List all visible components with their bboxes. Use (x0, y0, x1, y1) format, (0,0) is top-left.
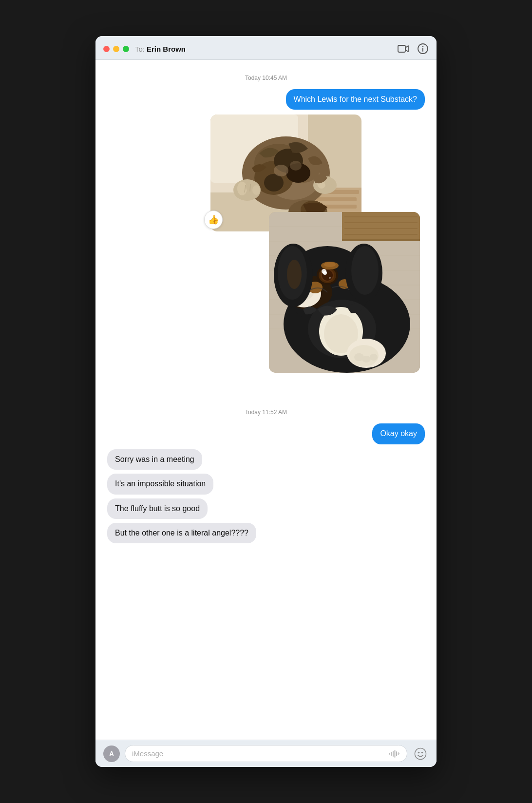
svg-point-3 (422, 46, 423, 47)
recipient-name: Erin Brown (147, 45, 186, 53)
input-bar: A (95, 740, 437, 767)
bubble-received-1: Sorry was in a meeting (107, 449, 202, 470)
message-input-container (125, 745, 407, 762)
svg-rect-88 (398, 752, 399, 755)
svg-point-90 (415, 748, 426, 759)
app-icon-label: A (109, 750, 114, 758)
dog-image-2-wrapper (269, 212, 420, 373)
svg-point-22 (290, 161, 302, 171)
bubble-received-3: The fluffy butt is so good (107, 498, 208, 519)
bubble-sent-2: Okay okay (372, 423, 425, 444)
svg-point-92 (421, 751, 423, 753)
info-button[interactable] (417, 43, 429, 55)
bubble-received-4: But the other one is a literal angel???? (107, 523, 256, 543)
images-container: 👍 (107, 115, 425, 397)
bubble-received-2: It's an impossible situation (107, 474, 213, 494)
svg-point-91 (418, 751, 420, 753)
svg-rect-89 (399, 753, 400, 754)
dog-image-2 (269, 212, 420, 373)
message-row-received-4: But the other one is a literal angel???? (107, 523, 425, 543)
svg-rect-0 (398, 45, 405, 52)
message-row-sent-1: Which Lewis for the next Substack? (107, 89, 425, 110)
svg-line-28 (250, 184, 250, 191)
fullscreen-button[interactable] (123, 46, 129, 52)
svg-point-64 (329, 277, 331, 279)
svg-point-66 (324, 262, 336, 267)
svg-point-80 (362, 356, 371, 363)
message-row-received-2: It's an impossible situation (107, 474, 425, 494)
emoji-button[interactable] (412, 746, 429, 762)
svg-rect-45 (342, 212, 420, 239)
to-label: To: (135, 45, 145, 53)
traffic-lights (103, 46, 129, 52)
close-button[interactable] (103, 46, 110, 52)
message-row-sent-2: Okay okay (107, 423, 425, 444)
svg-rect-86 (395, 750, 396, 758)
titlebar-left: To: Erin Brown (103, 45, 186, 53)
audio-waveform-icon (389, 750, 400, 758)
svg-point-72 (351, 246, 379, 295)
svg-point-81 (370, 354, 378, 361)
titlebar-right (398, 43, 429, 55)
svg-point-24 (237, 182, 247, 195)
messages-area: Today 10:45 AM Which Lewis for the next … (95, 60, 437, 740)
minimize-button[interactable] (113, 46, 119, 52)
message-row-received-3: The fluffy butt is so good (107, 498, 425, 519)
svg-point-82 (322, 269, 326, 274)
timestamp-1: Today 10:45 AM (107, 75, 425, 81)
svg-point-26 (252, 185, 260, 195)
bubble-sent-1: Which Lewis for the next Substack? (286, 89, 425, 110)
titlebar: To: Erin Brown (95, 36, 437, 60)
svg-rect-85 (393, 751, 394, 757)
svg-rect-83 (389, 753, 390, 755)
app-store-button[interactable]: A (103, 746, 120, 762)
timestamp-2: Today 11:52 AM (107, 409, 425, 416)
message-input[interactable] (132, 749, 384, 758)
imessage-window: To: Erin Brown Today 10:45 AM (95, 36, 437, 767)
svg-point-21 (274, 165, 288, 176)
video-call-button[interactable] (398, 44, 409, 53)
svg-rect-87 (396, 751, 397, 756)
svg-rect-84 (391, 752, 392, 756)
recipient-info: To: Erin Brown (135, 45, 186, 53)
svg-point-73 (287, 260, 302, 289)
message-row-received-1: Sorry was in a meeting (107, 449, 425, 470)
svg-point-20 (264, 174, 284, 191)
